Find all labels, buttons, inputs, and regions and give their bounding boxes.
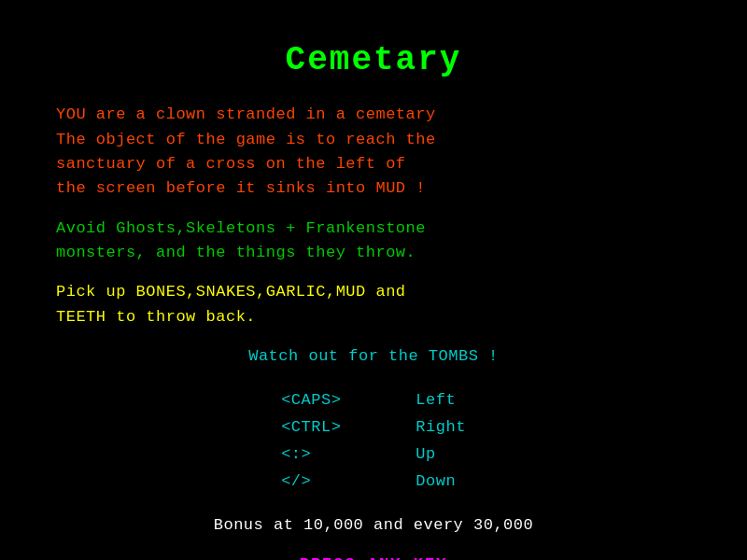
screen: Cemetary YOU are a clown stranded in a c… [0,0,747,560]
pickup-line1: Pick up BONES,SNAKES,GARLIC,MUD and [56,283,406,301]
intro-line2: The object of the game is to reach the [56,131,436,148]
key-ctrl: <CTRL> [281,414,341,441]
monsters-line1: Avoid Ghosts,Skeletons + Frankenstone [56,219,426,237]
monsters-text: Avoid Ghosts,Skeletons + Frankenstone mo… [56,217,691,266]
bonus-text: Bonus at 10,000 and every 30,000 [56,514,691,537]
key-colon: <:> [281,441,341,469]
label-up: Up [416,441,466,469]
intro-text: YOU are a clown stranded in a cemetary T… [56,103,691,201]
pickup-text: Pick up BONES,SNAKES,GARLIC,MUD and TEET… [56,280,691,329]
monsters-line2: monsters, and the things they throw. [56,244,416,261]
key-slash: </> [281,469,341,496]
intro-line1: YOU are a clown stranded in a cemetary [56,105,436,123]
intro-line3: sanctuary of a cross on the left of [56,155,406,173]
label-left: Left [416,387,466,414]
controls-labels: Left Right Up Down [416,387,466,496]
game-title: Cemetary [56,37,691,84]
intro-line4: the screen before it sinks into MUD ! [56,179,426,197]
label-right: Right [416,414,466,441]
pickup-line2: TEETH to throw back. [56,308,256,326]
tombs-text: Watch out for the TOMBS ! [56,344,691,369]
controls: <CAPS> <CTRL> <:> </> Left Right Up Down [56,387,691,496]
press-any-key[interactable]: PRESS ANY KEY [56,553,691,560]
controls-keys: <CAPS> <CTRL> <:> </> [281,387,341,496]
key-caps: <CAPS> [281,387,341,414]
label-down: Down [416,469,466,496]
